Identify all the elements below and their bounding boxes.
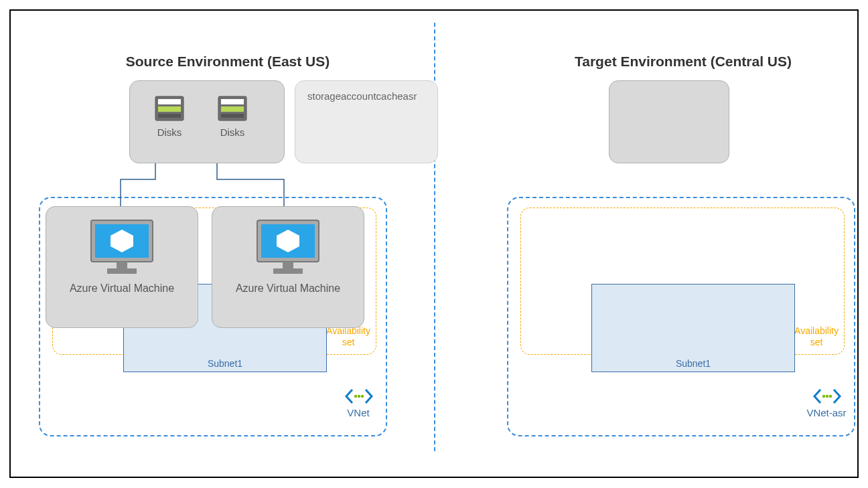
disk-1-label: Disks xyxy=(146,127,193,138)
vm-1-label: Azure Virtual Machine xyxy=(46,282,198,295)
storage-cache-box: storageaccountcacheasr xyxy=(295,80,438,163)
vnet-icon xyxy=(344,388,374,408)
vm-icon xyxy=(256,219,320,279)
svg-point-22 xyxy=(826,395,828,398)
target-availability-label: Availability set xyxy=(790,325,843,348)
svg-rect-5 xyxy=(158,106,181,112)
source-vm-1: Azure Virtual Machine xyxy=(46,206,198,328)
target-vnet: Availability set Subnet1 VNet-asr xyxy=(507,197,855,436)
source-vnet-label: VNet xyxy=(335,407,382,418)
disk-icon xyxy=(218,96,247,121)
target-vnet-label: VNet-asr xyxy=(796,407,857,418)
svg-point-0 xyxy=(354,395,357,398)
source-availability-label: Availability set xyxy=(321,325,375,348)
svg-point-23 xyxy=(829,395,832,398)
vm-icon xyxy=(90,219,154,279)
svg-rect-4 xyxy=(158,99,181,104)
target-subnet: Subnet1 xyxy=(591,284,795,372)
vm-2-label: Azure Virtual Machine xyxy=(212,282,364,295)
svg-point-21 xyxy=(822,395,825,398)
disk-2: Disks xyxy=(209,96,256,138)
svg-point-2 xyxy=(361,395,364,398)
svg-point-1 xyxy=(358,395,360,398)
disk-icon xyxy=(155,96,184,121)
svg-rect-9 xyxy=(221,106,244,112)
disk-2-label: Disks xyxy=(209,127,256,138)
svg-rect-15 xyxy=(107,268,137,274)
svg-rect-10 xyxy=(221,114,244,118)
target-placeholder-box xyxy=(609,80,729,163)
svg-rect-6 xyxy=(158,114,181,118)
target-subnet-label: Subnet1 xyxy=(592,358,794,369)
source-subnet-label: Subnet1 xyxy=(124,358,326,369)
svg-rect-8 xyxy=(221,99,244,104)
vnet-icon xyxy=(812,388,842,408)
svg-rect-19 xyxy=(283,262,293,268)
target-title: Target Environment (Central US) xyxy=(549,54,817,70)
source-title: Source Environment (East US) xyxy=(94,54,362,70)
storage-cache-label: storageaccountcacheasr xyxy=(307,90,417,102)
svg-rect-20 xyxy=(273,268,303,274)
source-vm-2: Azure Virtual Machine xyxy=(212,206,364,328)
source-disks-box: Disks Disks xyxy=(129,80,285,163)
svg-rect-14 xyxy=(117,262,127,268)
disk-1: Disks xyxy=(146,96,193,138)
